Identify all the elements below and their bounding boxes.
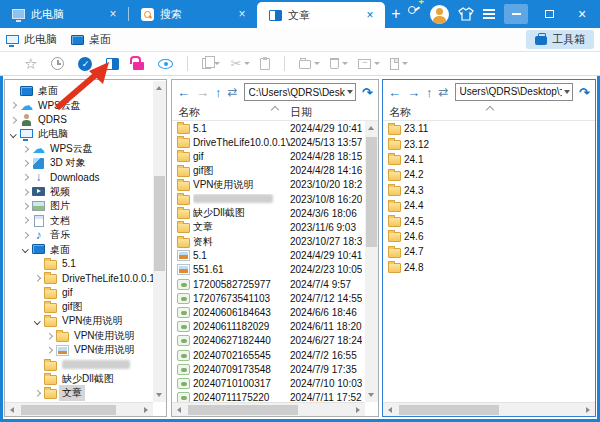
expander-chevron-icon[interactable] bbox=[21, 218, 30, 223]
expander-chevron-icon[interactable] bbox=[9, 103, 18, 108]
tree-item[interactable]: 文档 bbox=[5, 214, 153, 228]
column-header-name[interactable]: 名称 bbox=[172, 105, 200, 120]
scroll-down-arrow-icon[interactable] bbox=[156, 393, 162, 397]
lock-open-icon[interactable] bbox=[133, 57, 144, 70]
scroll-left-arrow-icon[interactable] bbox=[10, 407, 14, 413]
list-horizontal-scrollbar[interactable] bbox=[383, 402, 595, 416]
tree-item[interactable]: ☁WPS云盘 bbox=[5, 142, 153, 156]
file-row[interactable]: 24.2 bbox=[383, 167, 595, 182]
tree-item[interactable]: ↓Downloads bbox=[5, 170, 153, 184]
close-window-button[interactable]: × bbox=[570, 4, 594, 24]
expander-chevron-icon[interactable] bbox=[9, 118, 18, 123]
up-icon[interactable]: ↑ bbox=[215, 86, 222, 99]
forward-icon[interactable]: → bbox=[196, 86, 209, 99]
tree-item[interactable]: 桌面 bbox=[5, 242, 153, 256]
tree-horizontal-scrollbar[interactable] bbox=[5, 402, 153, 416]
rename-icon[interactable] bbox=[358, 59, 380, 69]
scroll-right-arrow-icon[interactable] bbox=[144, 407, 148, 413]
tree-item[interactable]: 桌面 bbox=[5, 84, 153, 98]
file-row[interactable]: 551.612024/2/23 10:05 bbox=[172, 263, 365, 277]
expander-chevron-icon[interactable] bbox=[21, 175, 30, 180]
expander-chevron-icon[interactable] bbox=[21, 147, 30, 152]
tree-item[interactable]: gif图 bbox=[5, 300, 153, 314]
go-arrow-icon[interactable]: ↷ bbox=[579, 85, 590, 100]
tree-item[interactable]: VPN使用说明 bbox=[5, 329, 153, 343]
tree-item[interactable]: ☁WPS云盘 bbox=[5, 98, 153, 112]
file-row[interactable]: 202406061846432024/6/6 18:46 bbox=[172, 305, 365, 319]
file-row[interactable]: 202407091735482024/7/9 17:35 bbox=[172, 362, 365, 376]
close-icon[interactable]: × bbox=[363, 8, 377, 22]
file-row[interactable]: 172005827259772024/7/4 9:57 bbox=[172, 277, 365, 291]
file-row[interactable]: 23.12 bbox=[383, 136, 595, 151]
expander-chevron-icon[interactable] bbox=[45, 334, 54, 339]
tree-item[interactable]: 视频 bbox=[5, 185, 153, 199]
expander-chevron-icon[interactable] bbox=[21, 161, 30, 166]
file-row[interactable]: VPN使用说明2023/10/20 18:2 bbox=[172, 178, 365, 192]
expander-chevron-icon[interactable] bbox=[33, 319, 42, 324]
chevron-down-icon[interactable] bbox=[314, 62, 320, 65]
up-icon[interactable]: ↑ bbox=[426, 86, 433, 99]
scroll-down-arrow-icon[interactable] bbox=[368, 393, 374, 397]
chevron-down-icon[interactable] bbox=[402, 62, 408, 65]
back-icon[interactable]: ← bbox=[177, 86, 190, 99]
expander-chevron-icon[interactable] bbox=[33, 391, 42, 396]
split-view-icon[interactable] bbox=[106, 58, 119, 70]
scroll-up-arrow-icon[interactable] bbox=[156, 86, 162, 90]
preview-eye-icon[interactable] bbox=[158, 59, 173, 69]
file-row[interactable]: 202406111820292024/6/11 18:20 bbox=[172, 320, 365, 334]
scrollbar-thumb[interactable] bbox=[366, 137, 377, 247]
list-horizontal-scrollbar[interactable] bbox=[172, 402, 365, 416]
file-row[interactable]: 24.3 bbox=[383, 183, 595, 198]
path-combobox[interactable] bbox=[244, 83, 357, 101]
expander-chevron-icon[interactable] bbox=[33, 276, 42, 281]
user-avatar[interactable] bbox=[430, 5, 449, 24]
new-file-icon[interactable] bbox=[390, 58, 408, 70]
tree-item[interactable] bbox=[5, 357, 153, 371]
chevron-down-icon[interactable] bbox=[347, 90, 353, 94]
refresh-icon[interactable]: ⇄ bbox=[439, 85, 449, 99]
scroll-left-arrow-icon[interactable] bbox=[177, 407, 181, 413]
tree-item[interactable]: QDRS bbox=[5, 113, 153, 127]
clone-tab-icon[interactable]: + bbox=[407, 0, 421, 14]
tab-articles-active[interactable]: 文章 × bbox=[257, 2, 385, 28]
scroll-right-arrow-icon[interactable] bbox=[356, 407, 360, 413]
file-row[interactable]: 5.12024/4/29 10:41 bbox=[172, 249, 365, 263]
file-row[interactable]: 24.4 bbox=[383, 198, 595, 213]
favorite-star-icon[interactable]: ☆ bbox=[24, 57, 37, 71]
expander-chevron-icon[interactable] bbox=[9, 132, 18, 137]
new-folder-icon[interactable] bbox=[299, 58, 320, 69]
file-row[interactable]: 23.11 bbox=[383, 121, 595, 136]
file-row[interactable]: 文章2023/11/6 9:03 bbox=[172, 220, 365, 234]
forward-icon[interactable]: → bbox=[407, 86, 420, 99]
file-row[interactable]: 缺少Dll截图2024/3/6 18:06 bbox=[172, 206, 365, 220]
desktop-button[interactable]: 桌面 bbox=[71, 32, 111, 47]
file-row[interactable]: 24.1 bbox=[383, 152, 595, 167]
expander-chevron-icon[interactable] bbox=[21, 233, 30, 238]
toolbox-button[interactable]: 工具箱 bbox=[526, 30, 594, 49]
chevron-down-icon[interactable] bbox=[342, 62, 348, 65]
tree-item[interactable]: DriveTheLife10.0.0.1 bbox=[5, 271, 153, 285]
expander-chevron-icon[interactable] bbox=[21, 204, 30, 209]
tree-item[interactable]: ♪音乐 bbox=[5, 228, 153, 242]
scroll-up-arrow-icon[interactable] bbox=[368, 126, 374, 130]
scrollbar-thumb[interactable] bbox=[188, 405, 298, 415]
refresh-icon[interactable]: ⇄ bbox=[228, 85, 238, 99]
file-row[interactable]: 202407101003172024/7/10 10:03 bbox=[172, 376, 365, 390]
file-row[interactable]: gif图2024/4/28 14:16 bbox=[172, 164, 365, 178]
chevron-down-icon[interactable] bbox=[564, 90, 570, 94]
expander-chevron-icon[interactable] bbox=[45, 348, 54, 353]
list-vertical-scrollbar[interactable] bbox=[365, 121, 378, 402]
file-row[interactable]: 24.6 bbox=[383, 229, 595, 244]
file-row[interactable]: 24.5 bbox=[383, 213, 595, 228]
column-header-name[interactable]: 名称 bbox=[383, 105, 411, 120]
file-row[interactable]: 5.12024/4/29 10:41 bbox=[172, 121, 365, 135]
file-row[interactable]: gif2024/4/28 18:15 bbox=[172, 149, 365, 163]
file-row[interactable]: 172076735411032024/7/12 14:55 bbox=[172, 291, 365, 305]
file-row[interactable]: 202407111752202024/7/11 17:52 bbox=[172, 391, 365, 402]
delete-icon[interactable] bbox=[330, 58, 348, 69]
tree-item[interactable]: 缺少Dll截图 bbox=[5, 372, 153, 386]
paste-icon[interactable] bbox=[260, 58, 270, 70]
column-header-date[interactable]: 日期 bbox=[290, 105, 312, 120]
tab-this-pc[interactable]: 此电脑 × bbox=[0, 0, 128, 28]
path-input[interactable] bbox=[460, 87, 563, 98]
